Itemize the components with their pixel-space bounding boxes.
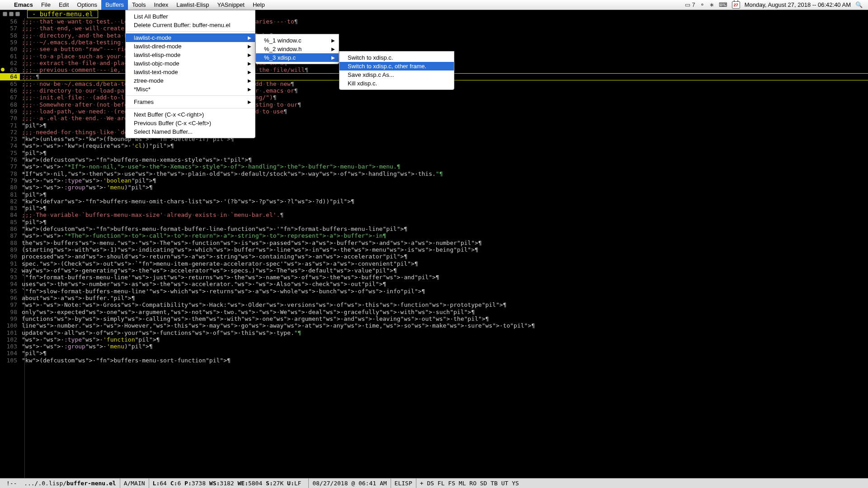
switch-to-xdisp[interactable]: Switch to xdisp.c. bbox=[340, 53, 454, 62]
select-named-buffer[interactable]: Select Named Buffer... bbox=[126, 127, 255, 136]
buffers-list-all[interactable]: List All Buffer bbox=[126, 12, 255, 21]
xdisp-submenu: Switch to xdisp.c. Switch to xdisp.c, ot… bbox=[339, 51, 454, 90]
line-number-gutter: 5657585960616263646566676869707172737475… bbox=[0, 18, 20, 478]
toolbar-btn-3[interactable] bbox=[15, 12, 20, 16]
modeline-flags: + DS FL FS ML RO SD TB UT YS bbox=[416, 479, 523, 488]
bluetooth-icon: ∗ bbox=[709, 1, 714, 8]
modeline-file: !-- .../.0.lisp/buffer-menu.el bbox=[3, 479, 120, 488]
mode-lawlist-elisp[interactable]: lawlist-elisp-mode▶ bbox=[126, 51, 255, 59]
mode-ztree[interactable]: ztree-mode▶ bbox=[126, 76, 255, 85]
modeline: !-- .../.0.lisp/buffer-menu.el A/MAIN L:… bbox=[0, 478, 868, 488]
submenu-arrow-icon: ▶ bbox=[248, 35, 251, 40]
next-buffer[interactable]: Next Buffer (C-x <C-right>) bbox=[126, 110, 255, 119]
toolbar-btn-2[interactable] bbox=[9, 12, 14, 16]
buf-window-h[interactable]: %_2 window.h▶ bbox=[256, 45, 339, 53]
spotlight-icon[interactable]: 🔍 bbox=[855, 1, 863, 8]
buffer-tab[interactable]: - buffer-menu.el bbox=[27, 10, 98, 18]
modeline-time: 08/27/2018 @ 06:41 AM bbox=[309, 479, 391, 488]
menu-file[interactable]: File bbox=[37, 0, 55, 10]
battery-icon: ▭ 7 bbox=[685, 1, 695, 8]
save-xdisp-as[interactable]: Save xdisp.c As... bbox=[340, 70, 454, 79]
buffers-dropdown: List All Buffer Delete Current Buffer: b… bbox=[125, 10, 255, 138]
menubar-datetime: Monday, August 27, 2018 -- 06:42:40 AM bbox=[745, 1, 851, 8]
mode-lawlist-text[interactable]: lawlist-text-mode▶ bbox=[126, 68, 255, 76]
window-chrome bbox=[0, 10, 20, 18]
buffers-delete-current[interactable]: Delete Current Buffer: buffer-menu.el bbox=[126, 21, 255, 29]
menu-buffers[interactable]: Buffers bbox=[101, 0, 128, 10]
menu-help[interactable]: Help bbox=[249, 0, 269, 10]
switch-to-xdisp-other-frame[interactable]: Switch to xdisp.c, other frame. bbox=[340, 62, 454, 70]
battery-value: 7 bbox=[692, 1, 695, 8]
menu-lawlist-elisp[interactable]: Lawlist-Elisp bbox=[172, 0, 213, 10]
menu-edit[interactable]: Edit bbox=[55, 0, 73, 10]
modeline-position: L:64 C:6 P:3738 WS:3182 WE:5804 S:27K U:… bbox=[149, 479, 309, 488]
menu-yasnippet[interactable]: YASnippet bbox=[213, 0, 248, 10]
wifi-icon: ⚬ bbox=[700, 1, 705, 8]
mode-lawlist-dired[interactable]: lawlist-dired-mode▶ bbox=[126, 42, 255, 51]
modeline-mode: ELISP bbox=[391, 479, 416, 488]
toolbar-btn-1[interactable] bbox=[3, 12, 7, 16]
kill-xdisp[interactable]: Kill xdisp.c. bbox=[340, 79, 454, 88]
c-mode-submenu: %_1 window.c▶ %_2 window.h▶ %_3 xdisp.c▶ bbox=[255, 34, 339, 64]
mode-lawlist-objc[interactable]: lawlist-objc-mode▶ bbox=[126, 59, 255, 68]
menu-index[interactable]: Index bbox=[150, 0, 172, 10]
menu-tools[interactable]: Tools bbox=[128, 0, 150, 10]
menu-options[interactable]: Options bbox=[73, 0, 101, 10]
menu-appname[interactable]: Emacs bbox=[10, 0, 37, 10]
mode-lawlist-c[interactable]: lawlist-c-mode▶ bbox=[126, 33, 255, 42]
buf-window-c[interactable]: %_1 window.c▶ bbox=[256, 36, 339, 45]
keyboard-icon: ⌨ bbox=[719, 1, 727, 8]
mac-menubar: Emacs File Edit Options Buffers Tools In… bbox=[0, 0, 868, 10]
menu-frames[interactable]: Frames▶ bbox=[126, 98, 255, 106]
calendar-icon: 27 bbox=[732, 1, 740, 9]
previous-buffer[interactable]: Previous Buffer (C-x <C-left>) bbox=[126, 119, 255, 127]
mode-misc[interactable]: *Misc*▶ bbox=[126, 85, 255, 94]
buf-xdisp-c[interactable]: %_3 xdisp.c▶ bbox=[256, 53, 339, 62]
modeline-branch: A/MAIN bbox=[120, 479, 149, 488]
